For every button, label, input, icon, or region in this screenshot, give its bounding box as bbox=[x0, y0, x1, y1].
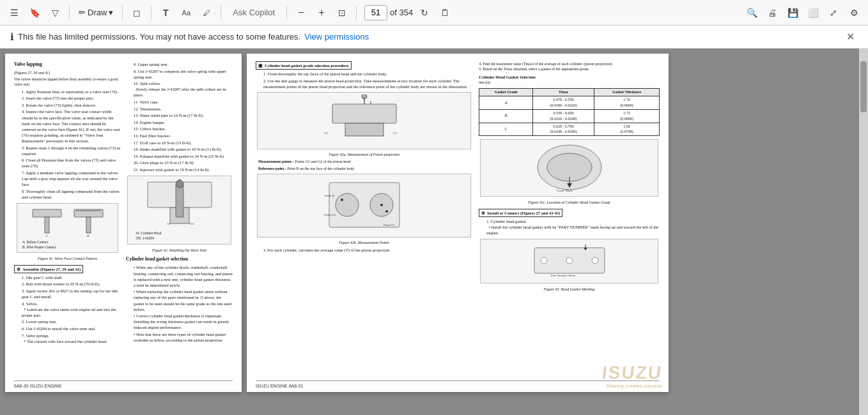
separator-1 bbox=[69, 6, 70, 20]
format-button[interactable]: Aa bbox=[177, 4, 195, 22]
connect-icon: ⊕ bbox=[481, 210, 485, 216]
thick-a: 1.70(0.0669) bbox=[594, 96, 660, 109]
cyl-bullet-1: • When any of the cylinder block, cranks… bbox=[134, 264, 233, 287]
meas-points-label: Measurement points : bbox=[258, 160, 294, 163]
tmax-b: 0.559 - 0.629(0.0220 - 0.0248) bbox=[533, 109, 594, 123]
zoom-out-button[interactable]: − bbox=[292, 4, 310, 22]
thick-b: 1.75(0.0689) bbox=[594, 109, 660, 123]
fig42-box: 355 14 14. Cylinder Head 355. J-43284 bbox=[127, 176, 231, 244]
gasket-selection-table: Gasket Grade Tmax Gasket Thickness A 0.4… bbox=[479, 88, 660, 137]
valve-diagram-b: B bbox=[71, 206, 106, 238]
permission-message: This file has limited permissions. You m… bbox=[18, 32, 300, 42]
page-number-input[interactable]: 51 bbox=[364, 5, 387, 20]
separator-2 bbox=[122, 6, 123, 20]
zoom-in-button[interactable]: + bbox=[313, 4, 330, 22]
assemble-title: Assemble (Figures 27, 29 and 42) bbox=[22, 266, 81, 272]
svg-point-17 bbox=[362, 94, 367, 99]
step-5: 5. Repeat steps 1 through 4 on the remai… bbox=[22, 145, 121, 156]
separator-6 bbox=[356, 6, 357, 20]
svg-text:Grade Mark: Grade Mark bbox=[557, 189, 573, 192]
filter-button[interactable]: ▽ bbox=[46, 4, 64, 22]
gasket-table-title: Cylinder Head Gasket Selection bbox=[479, 74, 660, 80]
scrollbar-track bbox=[859, 49, 868, 415]
svg-text:Point G1: Point G1 bbox=[384, 223, 395, 227]
page-footer-right: ISUZU ENGINE 6A8-31 bbox=[256, 381, 660, 388]
rp-step-1: 1. Clean thoroughly the top faces of the… bbox=[263, 71, 472, 77]
search-button[interactable]: 🔍 bbox=[743, 4, 761, 22]
rp-step-2: 2. Use the dial gauge to measure the pis… bbox=[263, 78, 472, 89]
page-navigation: 51 of 354 bbox=[364, 5, 413, 20]
draw-tool[interactable]: ✏ Draw ▾ bbox=[75, 6, 117, 19]
svg-point-38 bbox=[592, 257, 598, 264]
assemble-section: ⊕ Assemble (Figures 27, 29 and 42) 1. Id… bbox=[14, 265, 121, 344]
step-1: 1. Apply Prussian blue, or equivalent, t… bbox=[22, 89, 121, 94]
save-button[interactable]: 💾 bbox=[784, 4, 802, 22]
rcol-step-18: 18. Intake manifold with gasket to 18 N-… bbox=[134, 146, 233, 152]
head-gasket-marking-diagram: Part Number Mark bbox=[531, 241, 608, 280]
rotate-button[interactable]: ↻ bbox=[415, 4, 433, 22]
pdf-page-right: ▣ Cylinder head gasket grade selection p… bbox=[247, 54, 669, 392]
svg-rect-0 bbox=[33, 209, 61, 217]
rcol-step-15: 15. Cirbox bracket. bbox=[134, 126, 233, 132]
step-7: 7. Apply a medium valve lapping compound… bbox=[22, 170, 121, 187]
page-total-label: of 354 bbox=[390, 8, 413, 17]
valve-lapping-intro: The valves should be lapped before final… bbox=[14, 77, 121, 87]
print-button[interactable]: 🖨 bbox=[763, 4, 781, 22]
grade-b: B bbox=[479, 109, 533, 123]
asm-step-6: 6. Use J-43284 to install the valve stem… bbox=[22, 326, 121, 331]
step-4: 4. Inspect the valve face. The valve sea… bbox=[22, 109, 121, 144]
page-footer-left: 6A8-30 ISUZU ENGINE bbox=[14, 381, 233, 388]
footer-right-text: ISUZU ENGINE 6A8-31 bbox=[256, 384, 303, 388]
fig42b-box: Point R Point G2 Point G1 bbox=[257, 174, 471, 238]
measurement-points-diagram: Point R Point G2 Point G1 bbox=[323, 176, 406, 234]
bookmark-button[interactable]: 🔖 bbox=[26, 4, 43, 22]
fig42b-caption: Figure 42b. Measurement Points bbox=[256, 240, 472, 245]
permission-close-button[interactable]: ✕ bbox=[842, 29, 858, 45]
fit-page-button[interactable]: ⊡ bbox=[333, 4, 351, 22]
thick-c: 1.80(0.0708) bbox=[594, 123, 660, 136]
rcol-step-13: 13. Water outlet pipe to 24 N-m (17 lb-f… bbox=[134, 112, 233, 118]
piston-projection-diagram: G1 G2 bbox=[323, 94, 406, 146]
svg-point-37 bbox=[566, 257, 573, 264]
permission-bar: ℹ This file has limited permissions. You… bbox=[0, 26, 868, 49]
fullscreen-button[interactable]: ⤢ bbox=[825, 4, 842, 22]
asm-step-1: 1. Idle gear C with shaft. bbox=[22, 275, 121, 280]
asm-step-3: 3. Apply loctite 262 or 9627 to the seal… bbox=[22, 288, 121, 299]
svg-point-36 bbox=[541, 257, 547, 264]
page-content-left: Valve lapping (Figures 27, 39 and 41) Th… bbox=[5, 54, 242, 352]
svg-text:355: 355 bbox=[189, 222, 194, 225]
assemble-icon-box: ⊕ Assemble (Figures 27, 29 and 42) bbox=[14, 265, 83, 273]
scrollbar-thumb[interactable] bbox=[860, 61, 867, 112]
rp-step-3: 3. For each cylinder, calculate the aver… bbox=[263, 247, 472, 253]
eraser-button[interactable]: ◻ bbox=[128, 4, 146, 22]
table-row: B 0.559 - 0.629(0.0220 - 0.0248) 1.75(0.… bbox=[479, 109, 660, 123]
text-button[interactable]: T bbox=[157, 4, 174, 22]
svg-text:G2: G2 bbox=[393, 132, 398, 135]
page-view-button[interactable]: 🗒 bbox=[436, 4, 454, 22]
install-icon-box: ⊕ Install or Connect (Figures 27 and 43-… bbox=[479, 209, 562, 217]
asm-step-2: 2. Bolt with thrust washer to 95 N-m (70… bbox=[22, 281, 121, 287]
svg-text:Point R: Point R bbox=[325, 194, 335, 197]
share-button[interactable]: ⬜ bbox=[804, 4, 822, 22]
fig43-box: Part Number Mark bbox=[480, 239, 658, 283]
step-3: 3. Rotate the valve (73) lightly, then r… bbox=[22, 102, 121, 108]
fig41-label-a: A. Before Contact bbox=[22, 240, 115, 245]
cyl-bullet-4: • Note that there are three types of cyl… bbox=[134, 331, 233, 343]
draw-icon: ✏ bbox=[79, 8, 86, 17]
step-6: 6. Clean all Prussian blue from the valv… bbox=[22, 157, 121, 169]
settings-button[interactable]: ⚙ bbox=[845, 4, 863, 22]
svg-rect-9 bbox=[176, 185, 183, 217]
handwriting-button[interactable]: 🖊 bbox=[198, 4, 215, 22]
step-2: 2. Insert the valve (73) into the proper… bbox=[22, 95, 121, 101]
view-permissions-link[interactable]: View permissions bbox=[304, 32, 369, 42]
ask-copilot-button[interactable]: Ask Copilot bbox=[226, 6, 281, 19]
install-section: ⊕ Install or Connect (Figures 27 and 43-… bbox=[479, 209, 660, 236]
rcol-step-12: 12. Thermostats. bbox=[134, 106, 233, 112]
sharing-text: Sharing creates success bbox=[606, 384, 662, 388]
hamburger-menu-button[interactable]: ☰ bbox=[5, 4, 23, 22]
cylinder-head-grade-diagram: Grade Mark bbox=[531, 142, 608, 193]
cyl-gasket-title: Cylinder head gasket selection bbox=[126, 256, 233, 263]
svg-text:B: B bbox=[87, 234, 89, 238]
fig41-label-b: B. After Proper Contact bbox=[22, 245, 115, 250]
rpage-right-col: 4. Find the maximum value (Tmax) of the … bbox=[479, 61, 660, 294]
